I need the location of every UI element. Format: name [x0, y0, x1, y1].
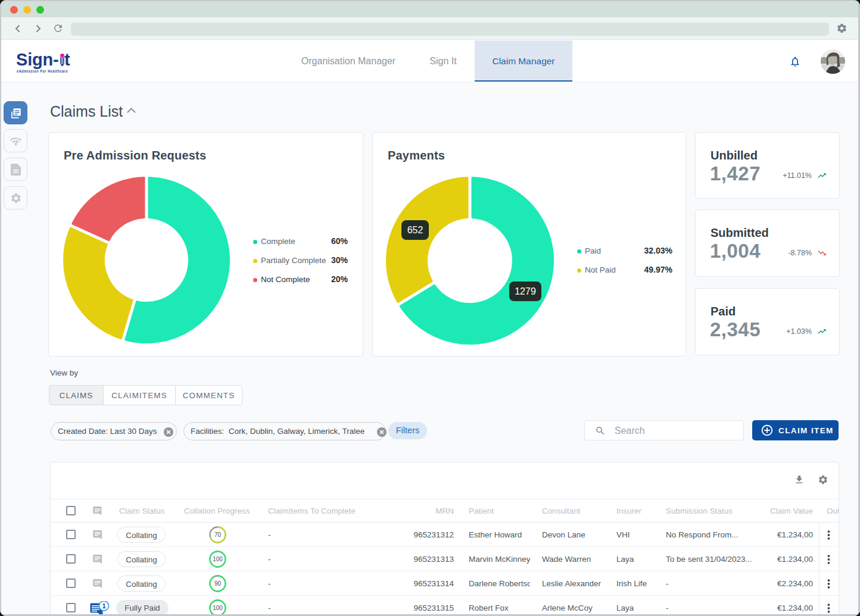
- svg-text:1: 1: [102, 602, 105, 609]
